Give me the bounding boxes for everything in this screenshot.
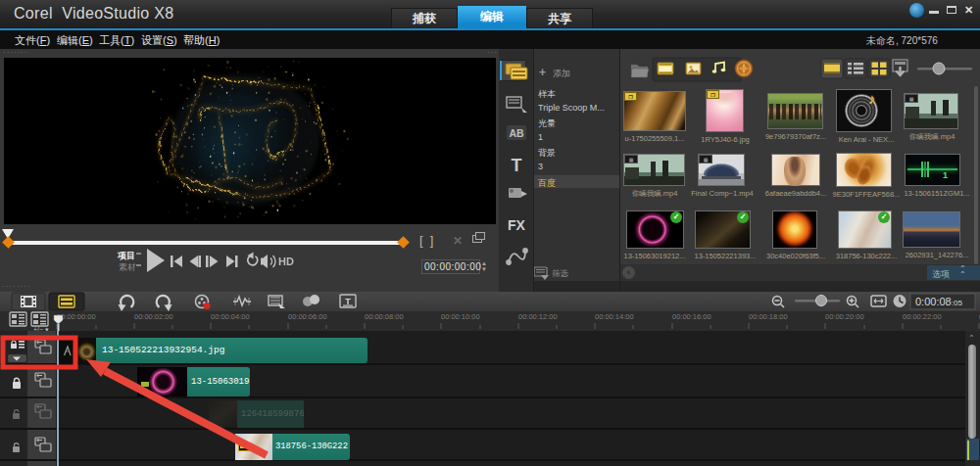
- svg-text:00:00:12:00: 00:00:12:00: [518, 312, 558, 321]
- svg-text:00:00:08:00: 00:00:08:00: [365, 312, 404, 321]
- svg-text:T: T: [512, 156, 522, 175]
- svg-text:00:00:18:00: 00:00:18:00: [749, 312, 788, 321]
- svg-text:00:00:14:00: 00:00:14:00: [595, 312, 634, 321]
- svg-text:00:00:02:00: 00:00:02:00: [134, 312, 173, 321]
- svg-text:00:00:10:00: 00:00:10:00: [441, 312, 480, 321]
- svg-text:AB: AB: [509, 127, 524, 139]
- svg-text:00:00:04:00: 00:00:04:00: [211, 312, 250, 321]
- svg-text:00:00:16:00: 00:00:16:00: [672, 312, 711, 321]
- svg-text:00:00:06:00: 00:00:06:00: [288, 312, 327, 321]
- svg-text:00:00:22:00: 00:00:22:00: [903, 312, 942, 321]
- svg-text:00:00:20:00: 00:00:20:00: [825, 312, 864, 321]
- svg-text:FX: FX: [508, 217, 526, 233]
